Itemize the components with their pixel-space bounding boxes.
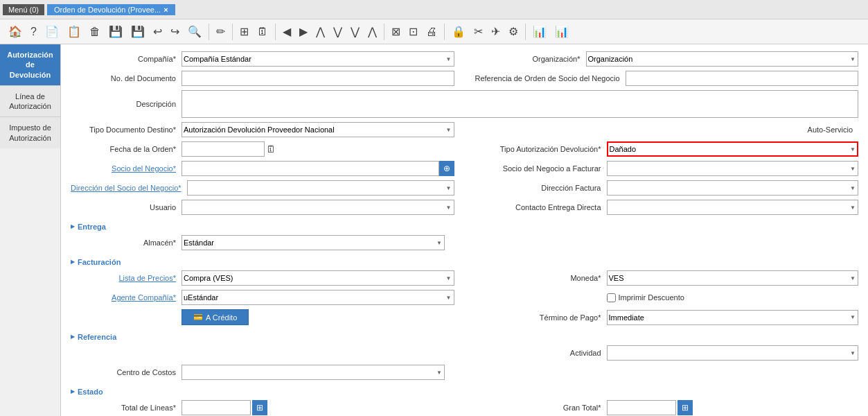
row-compania: Compañía* Compañía Estándar Organización…: [71, 51, 858, 67]
tipodoc-select[interactable]: Autorización Devolución Proveedor Nacion…: [181, 122, 454, 137]
toolbar-search[interactable]: 🔍: [185, 24, 204, 40]
toolbar-fax[interactable]: ⊡: [406, 24, 420, 40]
toolbar-redo[interactable]: ↪: [168, 24, 182, 40]
toolbar-last[interactable]: ⋀: [365, 24, 380, 40]
moneda-wrapper: VES: [607, 270, 859, 286]
toolbar-send[interactable]: ✂: [471, 24, 486, 40]
toolbar-save[interactable]: 💾: [106, 24, 125, 40]
toolbar-save2[interactable]: 💾: [128, 24, 148, 40]
contacto-label: Contacto Entrega Directa: [475, 203, 607, 211]
toolbar-up[interactable]: ⋁: [330, 24, 345, 40]
toolbar-new[interactable]: 📄: [42, 24, 62, 40]
toolbar-settings[interactable]: ⚙: [506, 24, 521, 40]
contacto-select[interactable]: [607, 200, 859, 215]
toolbar-sep4: [384, 24, 384, 40]
centro-costos-label: Centro de Costos: [71, 368, 181, 376]
centro-costos-select[interactable]: [181, 365, 445, 380]
direccion-factura-label: Dirección Factura: [475, 184, 607, 192]
toolbar-lock[interactable]: 🔒: [449, 24, 468, 40]
group-contacto: Contacto Entrega Directa: [475, 200, 859, 215]
direccion-socio-label[interactable]: Dirección del Socio del Negocio*: [71, 184, 187, 192]
toolbar-copy[interactable]: 📋: [64, 24, 84, 40]
group-tipodoc: Tipo Documento Destino* Autorización Dev…: [71, 122, 454, 137]
almacen-select[interactable]: Estándar: [181, 235, 445, 250]
toolbar-email[interactable]: ⊠: [389, 24, 403, 40]
toolbar-sep5: [444, 24, 445, 40]
socio-search-btn[interactable]: ⊕: [439, 161, 454, 176]
usuario-select[interactable]: [181, 200, 454, 215]
toolbar-print[interactable]: 🖨: [423, 24, 440, 40]
actividad-wrapper: [607, 345, 859, 361]
toolbar-sep2: [232, 24, 233, 40]
toolbar-delete[interactable]: 🗑: [87, 24, 103, 40]
actividad-label: Actividad: [475, 349, 607, 357]
referencia-section-header: Referencia: [71, 332, 858, 341]
actividad-select[interactable]: [607, 345, 859, 361]
socio-label[interactable]: Socio del Negocio*: [71, 164, 181, 173]
toolbar-chart1[interactable]: 📊: [530, 24, 549, 40]
moneda-select[interactable]: VES: [607, 270, 859, 286]
row-credito: 💳 A Crédito Término de Pago* Immediate: [71, 309, 858, 325]
lista-precios-select[interactable]: Compra (VES): [181, 270, 454, 286]
direccion-socio-select[interactable]: [187, 180, 454, 196]
row-nodoc: No. del Documento <1000000> Referencia d…: [71, 71, 858, 86]
active-tab[interactable]: Orden de Devolución (Provee... ×: [47, 4, 175, 15]
menu-button[interactable]: Menú (0): [3, 4, 44, 15]
group-organizacion: Organización* Organización: [475, 51, 859, 67]
row-socio: Socio del Negocio* ⊕ Socio del Negocio a…: [71, 161, 858, 176]
organizacion-select[interactable]: Organización: [586, 51, 859, 67]
tipo-autorizacion-wrapper: Dañado: [607, 141, 859, 157]
sidebar: Autorización de Devolución Línea de Auto…: [0, 44, 61, 416]
content-area: Compañía* Compañía Estándar Organización…: [61, 44, 868, 416]
socio-input[interactable]: [181, 161, 439, 176]
toolbar-grid[interactable]: ⊞: [237, 24, 251, 40]
sidebar-item-autorizacion[interactable]: Autorización de Devolución: [0, 44, 60, 85]
compania-select[interactable]: Compañía Estándar: [181, 51, 454, 67]
group-usuario: Usuario: [71, 200, 454, 215]
toolbar-first[interactable]: ⋀: [313, 24, 328, 40]
socio-facturar-select[interactable]: [607, 161, 859, 176]
descripcion-textarea[interactable]: [181, 90, 858, 118]
agente-select[interactable]: uEstándar: [181, 290, 454, 305]
group-tipo-autorizacion: Tipo Autorización Devolución* Dañado: [475, 141, 859, 157]
toolbar-prev[interactable]: ◀: [280, 24, 294, 40]
row-actividad: Actividad: [71, 345, 858, 361]
toolbar-fly[interactable]: ✈: [488, 24, 503, 40]
toolbar-home[interactable]: 🏠: [6, 24, 25, 40]
total-lineas-btn[interactable]: ⊞: [252, 400, 267, 415]
nodoc-input[interactable]: <1000000>: [181, 71, 454, 86]
toolbar-chart2[interactable]: 📊: [552, 24, 572, 40]
imprimir-descuento-checkbox[interactable]: [607, 293, 616, 302]
referencia-input[interactable]: [626, 71, 858, 86]
sidebar-item-impuesto[interactable]: Impuesto de Autorización: [0, 116, 60, 148]
group-nodoc: No. del Documento <1000000>: [71, 71, 454, 86]
row-agente: Agente Compañía* uEstándar Imprimir Desc…: [71, 290, 858, 305]
total-lineas-input[interactable]: 0,00: [181, 400, 251, 415]
toolbar-edit[interactable]: ✏: [213, 24, 228, 40]
toolbar-undo[interactable]: ↩: [150, 24, 165, 40]
credito-button[interactable]: 💳 A Crédito: [181, 309, 249, 325]
group-socio-facturar: Socio del Negocio a Facturar: [475, 161, 859, 176]
facturacion-section-header: Facturación: [71, 257, 858, 266]
fecha-input[interactable]: 26/02/2020: [181, 141, 265, 157]
tab-label: Orden de Devolución (Provee...: [54, 6, 161, 14]
toolbar-calendar[interactable]: 🗓: [254, 24, 271, 40]
toolbar-down[interactable]: ⋁: [348, 24, 362, 40]
calendar-icon[interactable]: 🗓: [266, 144, 276, 155]
lista-precios-label[interactable]: Lista de Precios*: [71, 274, 181, 282]
close-tab-icon[interactable]: ×: [163, 6, 168, 14]
agente-label[interactable]: Agente Compañía*: [71, 293, 181, 302]
gran-total-input[interactable]: 0,00: [607, 400, 676, 415]
sidebar-item-linea[interactable]: Línea de Autorización: [0, 85, 60, 117]
termino-pago-select[interactable]: Immediate: [607, 310, 859, 325]
tipo-autorizacion-select[interactable]: Dañado: [607, 141, 859, 157]
termino-pago-label: Término de Pago*: [475, 313, 607, 322]
group-almacen: Almacén* Estándar: [71, 235, 465, 250]
group-autoservicio: Auto-Servicio: [475, 125, 859, 134]
toolbar-help[interactable]: ?: [28, 24, 39, 40]
moneda-label: Moneda*: [475, 274, 607, 282]
group-agente: Agente Compañía* uEstándar: [71, 290, 454, 305]
toolbar-next[interactable]: ▶: [296, 24, 310, 40]
direccion-factura-select[interactable]: [607, 180, 859, 196]
gran-total-btn[interactable]: ⊞: [677, 400, 693, 415]
